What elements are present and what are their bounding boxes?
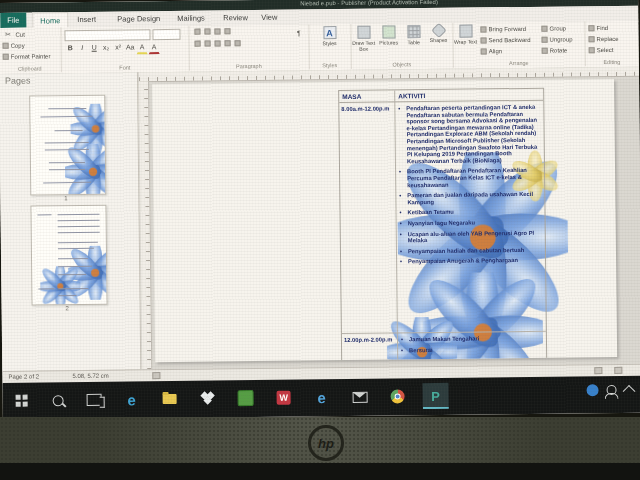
clipboard-group: ✂Cut Copy Format Painter Clipboard (0, 27, 62, 73)
photo-frame: Niebad e.pub - Publisher (Product Activa… (0, 0, 640, 480)
align-right-icon[interactable] (215, 40, 221, 46)
thumb-text-line (38, 214, 52, 215)
tab-mailings[interactable]: Mailings (170, 10, 212, 25)
taskbar-search-button[interactable] (44, 387, 70, 413)
taskbar-file-explorer[interactable] (156, 386, 182, 412)
align-center-icon[interactable] (205, 41, 211, 47)
change-case-button[interactable]: Aa (125, 41, 136, 53)
page-indicator[interactable]: Page 2 of 2 (8, 373, 39, 379)
numbering-icon[interactable] (204, 29, 210, 35)
laptop-bezel: hp (0, 417, 640, 463)
copy-button[interactable]: Copy (3, 40, 51, 50)
ungroup-button[interactable]: Ungroup (542, 34, 573, 43)
font-size-select[interactable] (152, 29, 180, 40)
dropbox-icon (202, 392, 214, 404)
superscript-button[interactable]: x² (113, 41, 124, 53)
people-icon[interactable] (606, 385, 616, 395)
wrap-text-button[interactable]: Wrap Text (453, 24, 477, 45)
pictures-button[interactable]: Pictures (376, 25, 400, 46)
publication-page[interactable]: MASA AKTIVITI 8.00a.m-12.00p.m Pendaftar… (152, 79, 617, 362)
taskbar-wps[interactable]: W (270, 385, 296, 411)
send-backward-button[interactable]: Send Backward (481, 35, 531, 45)
editing-group-label: Editing (585, 59, 639, 66)
show-paragraph-marks-button[interactable]: ¶ (293, 27, 304, 39)
taskbar-mail[interactable] (346, 384, 372, 410)
underline-button[interactable]: U (89, 42, 100, 54)
format-painter-button[interactable]: Format Painter (3, 51, 51, 61)
font-color-button[interactable]: A (149, 41, 160, 54)
start-button[interactable] (8, 388, 34, 414)
activity-item: Nyanyian lagu Negaraku (399, 219, 543, 227)
thumbnail-flower-graphic (40, 266, 80, 306)
thumb-text-line (58, 295, 76, 296)
decrease-indent-icon[interactable] (214, 28, 220, 34)
hidden-icons-chevron[interactable] (623, 385, 636, 398)
bring-forward-button[interactable]: Bring Forward (480, 24, 530, 34)
styles-group-label: Styles (309, 62, 351, 68)
draw-text-box-icon (357, 26, 370, 39)
view-mode-icon[interactable] (594, 367, 602, 374)
justify-icon[interactable] (225, 40, 231, 46)
search-icon (52, 395, 63, 406)
tab-home[interactable]: Home (32, 12, 68, 28)
page-thumbnail-1[interactable] (29, 95, 106, 196)
task-view-button[interactable] (80, 387, 106, 413)
internet-explorer-icon: e (317, 390, 326, 405)
taskbar-edge[interactable]: e (118, 386, 144, 412)
send-backward-icon (481, 37, 487, 43)
taskbar-green-app[interactable] (232, 385, 258, 411)
tab-page-design[interactable]: Page Design (110, 11, 167, 27)
thumb-text-line (58, 214, 100, 215)
activity-item: Jamuan Makan Tengahari (400, 335, 544, 343)
objects-group: Draw Text Box Pictures Table Shapes Obje… (350, 23, 454, 69)
page-number-2: 2 (66, 305, 69, 311)
styles-button[interactable]: A Styles (317, 26, 341, 47)
activity-item: Bersurai (400, 345, 544, 353)
publisher-icon: P (431, 389, 440, 402)
task-view-icon (86, 394, 101, 406)
styles-group: A Styles Styles (308, 24, 352, 69)
tab-view[interactable]: View (254, 10, 284, 25)
time-cell-2: 12.00p.m-2.00p.m (344, 336, 396, 343)
increase-indent-icon[interactable] (224, 28, 230, 34)
subscript-button[interactable]: x₂ (101, 42, 112, 54)
taskbar-publisher[interactable]: P (422, 383, 448, 409)
find-icon (588, 25, 594, 31)
table-button[interactable]: Table (401, 25, 425, 46)
font-name-select[interactable] (64, 29, 150, 41)
page-thumbnail-2[interactable] (30, 205, 107, 306)
laptop-hinge-strip (0, 463, 640, 480)
line-spacing-icon[interactable] (235, 40, 241, 46)
activity-item: Penyampaian hadiah dan cabutan bertuah (399, 246, 543, 254)
group-button[interactable]: Group (541, 23, 572, 32)
find-button[interactable]: Find (588, 23, 618, 32)
zoom-control-icon[interactable] (614, 367, 622, 374)
ungroup-icon (542, 36, 548, 42)
align-left-icon[interactable] (195, 41, 201, 47)
hp-support-icon[interactable] (586, 384, 598, 396)
tab-insert[interactable]: Insert (70, 12, 103, 27)
cursor-position: 5.08, 5.72 cm (72, 373, 108, 379)
taskbar-dropbox[interactable] (194, 385, 220, 411)
bold-button[interactable]: B (65, 42, 76, 54)
taskbar-internet-explorer[interactable]: e (308, 384, 334, 410)
table-header-row: MASA AKTIVITI (339, 89, 543, 103)
align-objects-button[interactable]: Align (481, 46, 531, 56)
tab-file[interactable]: File (0, 13, 26, 28)
schedule-table[interactable]: MASA AKTIVITI 8.00a.m-12.00p.m Pendaftar… (338, 88, 547, 362)
replace-button[interactable]: Replace (589, 34, 619, 43)
edge-icon: e (127, 392, 136, 407)
shapes-button[interactable]: Shapes (426, 25, 450, 44)
rotate-button[interactable]: Rotate (542, 45, 573, 54)
select-button[interactable]: Select (589, 45, 619, 54)
highlight-color-button[interactable]: A (137, 41, 148, 54)
italic-button[interactable]: I (77, 42, 88, 54)
bullets-icon[interactable] (194, 29, 200, 35)
tab-review[interactable]: Review (216, 10, 255, 25)
taskbar-chrome[interactable] (384, 383, 410, 409)
activities-list-1: Pendaftaran peserta pertandingan ICT & a… (397, 104, 543, 269)
header-masa: MASA (342, 93, 361, 100)
draw-text-box-button[interactable]: Draw Text Box (351, 26, 375, 52)
cut-button[interactable]: ✂Cut (2, 29, 50, 39)
mail-icon (352, 391, 367, 402)
